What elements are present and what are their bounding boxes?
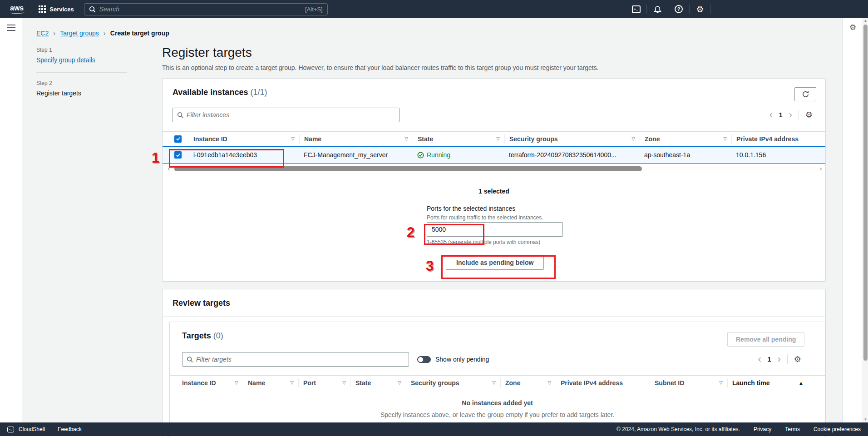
review-targets-panel: Review targets Targets (0) Remove all pe… [162, 289, 826, 437]
hscroll-right-arrow-icon[interactable]: › [818, 165, 824, 172]
sort-icon[interactable]: ▽ [398, 380, 401, 385]
search-icon [89, 6, 96, 13]
scroll-up-arrow-icon[interactable]: ▲ [863, 18, 868, 24]
running-check-icon [417, 152, 424, 159]
col-header-security-groups[interactable]: Security groups▽ [406, 378, 500, 387]
services-menu-button[interactable]: Services [39, 5, 74, 13]
search-input[interactable] [99, 5, 305, 13]
notifications-bell-icon[interactable] [647, 0, 668, 18]
col-header-name[interactable]: Name▽ [299, 134, 413, 144]
hscroll-track[interactable] [172, 166, 818, 171]
sort-icon[interactable]: ▽ [290, 380, 294, 385]
sort-icon[interactable]: ▽ [631, 136, 635, 141]
col-header-port[interactable]: Port▽ [298, 378, 350, 387]
step1-number: Step 1 [36, 47, 127, 53]
include-as-pending-button[interactable]: Include as pending below [446, 255, 544, 270]
hscroll-thumb[interactable] [174, 166, 642, 171]
toggle-switch[interactable] [417, 356, 431, 363]
col-header-security-groups[interactable]: Security groups▽ [504, 134, 640, 144]
services-label: Services [49, 6, 74, 13]
breadcrumb-ec2-link[interactable]: EC2 [36, 30, 49, 37]
cloudshell-icon[interactable]: >_ [7, 427, 14, 432]
row-checkbox[interactable] [174, 151, 182, 159]
footer-terms-link[interactable]: Terms [785, 426, 800, 432]
search-icon [177, 112, 183, 118]
select-all-checkbox[interactable] [174, 135, 182, 143]
panel-settings-icon[interactable]: ⚙ [843, 23, 863, 32]
ports-description: Ports for routing traffic to the selecte… [427, 214, 590, 221]
next-page-icon[interactable]: › [778, 354, 781, 364]
search-shortcut-hint: [Alt+S] [305, 6, 323, 13]
sort-icon[interactable]: ▽ [342, 380, 346, 385]
services-grid-icon [39, 5, 46, 13]
previous-page-icon[interactable]: ‹ [758, 354, 761, 364]
nav-icon-divider [710, 5, 711, 14]
sort-icon[interactable]: ▽ [291, 136, 295, 141]
next-page-icon[interactable]: › [789, 110, 792, 120]
page-vertical-scrollbar[interactable]: ▲ ▼ [863, 18, 868, 422]
step1-link-specify-group-details[interactable]: Specify group details [36, 56, 95, 64]
sort-ascending-icon[interactable]: ▲ [799, 380, 804, 386]
instance-table-row[interactable]: i-091edb1a14e3eeb03 FCJ-Management_my_se… [163, 146, 825, 164]
step2-number: Step 2 [36, 80, 127, 86]
help-icon[interactable]: ? [668, 0, 689, 18]
targets-controls-row: Show only pending ‹ 1 › ⚙ [182, 352, 813, 367]
targets-table-header: Instance ID▽ Name▽ Port▽ State▽ Security… [170, 375, 825, 390]
footer-cookie-preferences-link[interactable]: Cookie preferences [814, 426, 861, 432]
ports-constraint: 1-65535 (separate multiple ports with co… [427, 239, 590, 245]
col-header-state[interactable]: State▽ [413, 134, 504, 144]
col-header-private-ipv4[interactable]: Private IPv4 address [556, 378, 650, 387]
hscroll-left-arrow-icon[interactable]: ‹ [166, 165, 172, 172]
review-targets-title: Review targets [173, 298, 230, 308]
cloudshell-icon[interactable]: >_ [626, 0, 646, 18]
settings-gear-icon[interactable]: ⚙ [690, 0, 710, 18]
col-header-state[interactable]: State▽ [350, 378, 406, 387]
sort-icon[interactable]: ▽ [404, 136, 408, 141]
col-header-zone[interactable]: Zone▽ [640, 134, 731, 144]
footer-feedback-link[interactable]: Feedback [58, 426, 82, 432]
table-horizontal-scrollbar[interactable]: ‹ › [166, 166, 824, 171]
filter-instances-box[interactable] [173, 108, 399, 122]
filter-instances-input[interactable] [187, 111, 395, 119]
col-header-instance-id[interactable]: Instance ID▽ [189, 134, 299, 144]
remove-all-pending-button[interactable]: Remove all pending [727, 332, 804, 347]
previous-page-icon[interactable]: ‹ [769, 110, 772, 120]
refresh-icon [802, 90, 809, 98]
ports-input[interactable] [427, 222, 563, 237]
table-preferences-gear-icon[interactable]: ⚙ [794, 354, 801, 364]
col-header-instance-id[interactable]: Instance ID▽ [178, 378, 243, 387]
col-header-private-ipv4[interactable]: Private IPv4 address [731, 134, 822, 144]
sort-icon[interactable]: ▽ [547, 380, 551, 385]
breadcrumb-target-groups-link[interactable]: Target groups [60, 30, 99, 37]
col-header-name[interactable]: Name▽ [243, 378, 298, 387]
cell-security-groups: terraform-202409270832350614000... [504, 151, 640, 159]
current-page-number[interactable]: 1 [779, 111, 783, 119]
col-header-zone[interactable]: Zone▽ [500, 378, 556, 387]
footer-privacy-link[interactable]: Privacy [754, 426, 771, 432]
available-pagination: ‹ 1 › ⚙ [769, 108, 813, 122]
vertical-scrollbar-thumb[interactable] [863, 25, 868, 361]
footer-cloudshell-link[interactable]: CloudShell [19, 426, 45, 432]
global-search-box[interactable]: [Alt+S] [84, 3, 328, 15]
show-only-pending-toggle[interactable]: Show only pending [417, 356, 489, 363]
breadcrumb: EC2 › Target groups › Create target grou… [36, 29, 169, 37]
col-header-subnet-id[interactable]: Subnet ID▽ [650, 378, 727, 387]
sort-icon[interactable]: ▽ [492, 380, 496, 385]
filter-targets-box[interactable] [182, 352, 409, 367]
col-header-launch-time[interactable]: Launch time▲ [727, 378, 808, 387]
hamburger-menu-icon[interactable] [7, 25, 22, 31]
table-preferences-gear-icon[interactable]: ⚙ [805, 110, 813, 120]
sort-icon[interactable]: ▽ [719, 380, 723, 385]
filter-targets-input[interactable] [196, 356, 404, 363]
refresh-button[interactable] [794, 87, 816, 101]
breadcrumb-current-page: Create target group [110, 30, 169, 37]
sort-icon[interactable]: ▽ [496, 136, 500, 141]
wizard-steps-nav: Step 1 Specify group details Step 2 Regi… [36, 47, 127, 97]
cell-private-ipv4: 10.0.1.156 [731, 151, 822, 159]
aws-logo[interactable]: aws [10, 4, 24, 14]
current-page-number[interactable]: 1 [768, 356, 771, 363]
scroll-down-arrow-icon[interactable]: ▼ [863, 417, 868, 422]
sort-icon[interactable]: ▽ [235, 380, 238, 385]
top-navigation-bar: aws Services [Alt+S] >_ ? ⚙ [0, 0, 868, 18]
sort-icon[interactable]: ▽ [723, 136, 727, 141]
